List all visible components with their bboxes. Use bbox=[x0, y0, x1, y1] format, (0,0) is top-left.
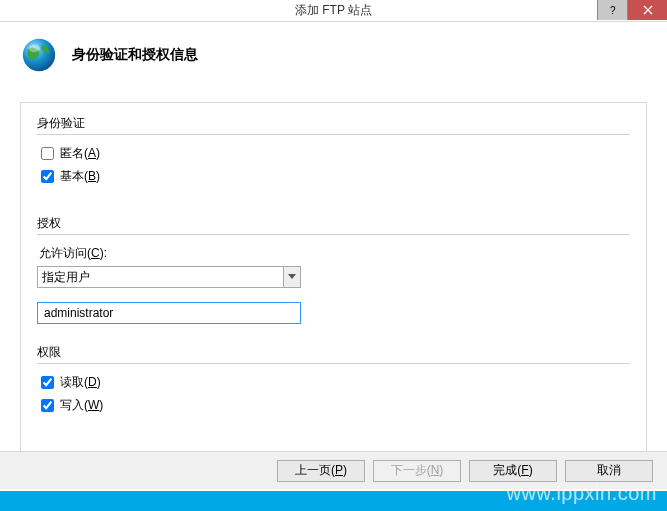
anonymous-label: 匿名(A) bbox=[60, 145, 100, 162]
anonymous-checkbox[interactable] bbox=[41, 147, 54, 160]
window-controls: ? bbox=[597, 0, 667, 20]
footer-stripe bbox=[0, 491, 667, 511]
write-checkbox-row[interactable]: 写入(W) bbox=[41, 397, 630, 414]
finish-button[interactable]: 完成(F) bbox=[469, 460, 557, 482]
read-checkbox-row[interactable]: 读取(D) bbox=[41, 374, 630, 391]
allow-access-label: 允许访问(C): bbox=[39, 245, 630, 262]
svg-text:?: ? bbox=[610, 5, 616, 15]
user-input[interactable] bbox=[37, 302, 301, 324]
titlebar: 添加 FTP 站点 ? bbox=[0, 0, 667, 22]
write-label: 写入(W) bbox=[60, 397, 103, 414]
content-panel: 身份验证 匿名(A) 基本(B) 授权 允许访问(C): 指定用户 权限 bbox=[20, 102, 647, 460]
allow-access-select-wrap: 指定用户 bbox=[37, 266, 301, 288]
basic-label: 基本(B) bbox=[60, 168, 100, 185]
anonymous-checkbox-row[interactable]: 匿名(A) bbox=[41, 145, 630, 162]
wizard-header: 身份验证和授权信息 bbox=[0, 22, 667, 82]
divider bbox=[37, 234, 630, 235]
allow-access-select[interactable]: 指定用户 bbox=[37, 266, 301, 288]
basic-checkbox[interactable] bbox=[41, 170, 54, 183]
svg-point-4 bbox=[29, 45, 40, 53]
read-checkbox[interactable] bbox=[41, 376, 54, 389]
cancel-button[interactable]: 取消 bbox=[565, 460, 653, 482]
authentication-section: 身份验证 匿名(A) 基本(B) bbox=[37, 115, 630, 185]
read-label: 读取(D) bbox=[60, 374, 101, 391]
button-bar: 上一页(P) 下一步(N) 完成(F) 取消 bbox=[0, 451, 667, 489]
authentication-label: 身份验证 bbox=[37, 115, 630, 132]
authorization-section: 授权 允许访问(C): 指定用户 bbox=[37, 215, 630, 324]
window-title: 添加 FTP 站点 bbox=[295, 2, 372, 19]
basic-checkbox-row[interactable]: 基本(B) bbox=[41, 168, 630, 185]
permissions-label: 权限 bbox=[37, 344, 630, 361]
help-button[interactable]: ? bbox=[597, 0, 627, 20]
next-button: 下一步(N) bbox=[373, 460, 461, 482]
previous-button[interactable]: 上一页(P) bbox=[277, 460, 365, 482]
page-title: 身份验证和授权信息 bbox=[72, 46, 198, 64]
close-button[interactable] bbox=[627, 0, 667, 20]
divider bbox=[37, 134, 630, 135]
globe-icon bbox=[20, 36, 58, 74]
authorization-label: 授权 bbox=[37, 215, 630, 232]
divider bbox=[37, 363, 630, 364]
write-checkbox[interactable] bbox=[41, 399, 54, 412]
permissions-section: 权限 读取(D) 写入(W) bbox=[37, 344, 630, 414]
